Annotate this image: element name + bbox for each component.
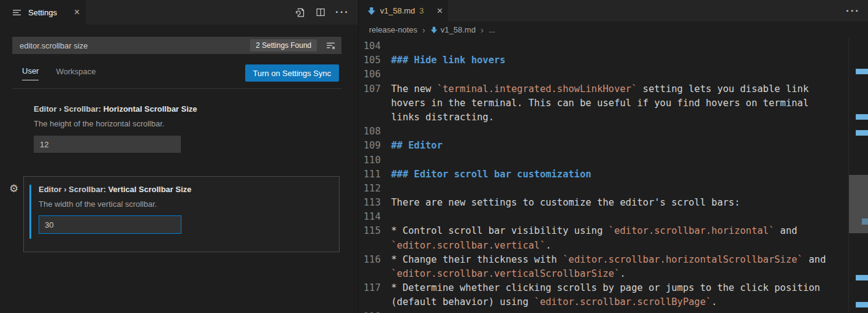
editor-line[interactable]: 111### Editor scroll bar customization [359,168,868,182]
setting-gear-icon[interactable]: ⚙ [9,182,18,195]
editor-scrollbar[interactable] [848,38,868,313]
setting-category: Editor › Scrollbar: [34,104,103,114]
settings-count-badge: 2 Settings Found [250,39,317,52]
editor-line[interactable]: 112 [359,182,868,196]
clear-filters-icon[interactable] [324,39,337,52]
tab-badge: 3 [419,6,424,15]
more-actions-icon[interactable]: ··· [335,9,349,15]
editor-content[interactable]: 104105### Hide link hovers106107The new … [359,38,868,313]
line-number: 109 [359,139,381,153]
line-number: 104 [359,39,381,53]
breadcrumb-folder[interactable]: release-notes [369,25,417,34]
editor-line[interactable]: 104 [359,39,868,53]
line-number [359,295,381,309]
line-number: 112 [359,182,381,196]
line-number [359,110,381,125]
line-content: `editor.scrollbar.vertical`. [391,239,551,253]
overview-ruler-mark [862,218,868,225]
line-number: 106 [359,68,381,82]
editor-line[interactable]: 110 [359,153,868,168]
line-number: 117 [359,281,381,295]
setting-row-vertical-scrollbar-size[interactable]: Editor › Scrollbar: Vertical Scrollbar S… [23,176,340,252]
more-actions-icon[interactable]: ··· [846,8,860,14]
vertical-scrollbar-size-input[interactable] [39,215,181,234]
editor-line[interactable]: `editor.scrollbar.vertical`. [359,239,868,253]
line-number: 114 [359,210,381,224]
line-number: 115 [359,224,381,238]
overview-ruler-mark [856,114,868,120]
editor-line[interactable]: hovers in the terminal. This can be usef… [359,96,868,110]
tab-settings-label: Settings [28,8,57,17]
overview-ruler-mark [856,69,868,74]
setting-description: The width of the vertical scrollbar. [39,199,333,209]
line-number: 108 [359,125,381,139]
editor-line[interactable]: 109## Editor [359,139,868,153]
editor-line[interactable]: 117* Determine whether clicking scrolls … [359,281,868,295]
split-editor-icon[interactable] [314,6,327,18]
settings-scope-tabs: User Workspace [22,66,96,80]
horizontal-scrollbar-size-input[interactable] [34,136,181,153]
scope-tab-workspace[interactable]: Workspace [56,67,96,80]
line-number: 107 [359,82,381,96]
tab-v1-58-md[interactable]: v1_58.md 3 × [359,0,448,21]
breadcrumb-symbol[interactable]: ... [489,25,495,34]
line-content: ### Editor scroll bar customization [391,168,592,182]
editor-line[interactable]: 106 [359,68,868,82]
line-number [359,96,381,110]
tab-settings[interactable]: Settings × [0,0,86,25]
line-number: 113 [359,196,381,210]
line-number: 118 [359,310,381,313]
editor-line[interactable]: `editor.scrollbar.verticalScrollbarSize`… [359,267,868,281]
editor-line[interactable]: 105### Hide link hovers [359,53,868,68]
markdown-file-icon [367,7,376,15]
settings-list-icon [10,6,23,18]
settings-header-divider [12,88,341,89]
line-content: * Determine whether clicking scrolls by … [391,281,820,295]
editor-line[interactable]: 113There are new settings to customize t… [359,196,868,210]
editor-line[interactable]: 108 [359,125,868,139]
line-content: There are new settings to customize the … [391,196,740,210]
line-number: 116 [359,253,381,267]
line-content: links distracting. [391,110,494,125]
line-number [359,267,381,281]
left-editor-actions: ··· [294,0,358,25]
line-content: ### Hide link hovers [391,53,506,68]
chevron-right-icon: › [481,25,484,35]
editor-line[interactable]: 107The new `terminal.integrated.showLink… [359,82,868,96]
setting-title: Editor › Scrollbar: Vertical Scrollbar S… [39,185,333,194]
setting-title: Editor › Scrollbar: Horizontal Scrollbar… [34,104,197,114]
line-number: 110 [359,153,381,168]
editor-line[interactable]: 116* Change their thickness with `editor… [359,253,868,267]
setting-name: Horizontal Scrollbar Size [103,104,197,114]
overview-ruler-mark [856,302,868,307]
line-content: ## Editor [391,139,443,153]
line-content: * Change their thickness with `editor.sc… [391,253,826,267]
line-number: 111 [359,168,381,182]
close-tab-icon[interactable]: × [74,7,80,17]
line-content: * Control scroll bar visibility using `e… [391,224,798,238]
turn-on-settings-sync-button[interactable]: Turn on Settings Sync [245,64,339,82]
editor-line[interactable]: 115* Control scroll bar visibility using… [359,224,868,238]
tab-filename: v1_58.md [380,6,415,15]
overview-ruler-mark [856,130,868,136]
settings-search-box: 2 Settings Found [12,37,341,54]
chevron-right-icon: › [422,25,425,35]
settings-search-input[interactable] [18,41,250,51]
editor-line[interactable]: 114 [359,210,868,224]
line-content: The new `terminal.integrated.showLinkHov… [391,82,809,96]
left-tab-bar: Settings × ··· [0,0,358,25]
setting-category: Editor › Scrollbar: [39,185,108,194]
editor-line[interactable]: (default behavior) using `editor.scrollb… [359,295,868,309]
breadcrumb-file[interactable]: v1_58.md [430,25,476,34]
line-number: 105 [359,53,381,68]
line-content: (default behavior) using `editor.scrollb… [391,295,717,309]
line-number [359,239,381,253]
modified-setting-indicator [29,185,31,239]
setting-name: Vertical Scrollbar Size [108,185,191,194]
close-tab-icon[interactable]: × [437,6,443,16]
editor-line[interactable]: links distracting. [359,110,868,125]
scope-tab-user[interactable]: User [22,66,39,80]
editor-line[interactable]: 118 [359,310,868,313]
setting-row-horizontal-scrollbar-size: Editor › Scrollbar: Horizontal Scrollbar… [34,104,197,153]
open-settings-json-icon[interactable] [294,6,306,18]
